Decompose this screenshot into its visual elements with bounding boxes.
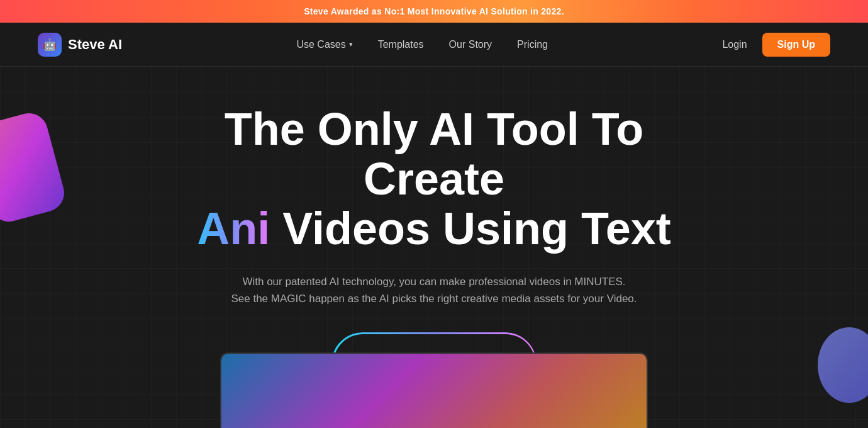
chevron-down-icon: ▾ <box>349 40 353 48</box>
nav-links: Use Cases ▾ Templates Our Story Pricing <box>296 39 548 50</box>
nav-link-use-cases[interactable]: Use Cases ▾ <box>296 39 352 50</box>
right-decoration <box>818 327 868 403</box>
logo-text: Steve AI <box>68 37 122 53</box>
hero-heading: The Only AI Tool To Create Ani Videos Us… <box>151 104 717 254</box>
nav-link-pricing[interactable]: Pricing <box>517 39 548 50</box>
nav-label-our-story: Our Story <box>449 39 492 50</box>
signup-nav-button[interactable]: Sign Up <box>762 33 830 57</box>
hero-subtext-line2: See the MAGIC happen as the AI picks the… <box>231 293 637 305</box>
logo-area[interactable]: 🤖 Steve AI <box>38 33 122 57</box>
hero-subtext: With our patented AI technology, you can… <box>231 273 637 307</box>
navbar: 🤖 Steve AI Use Cases ▾ Templates Our Sto… <box>0 23 868 67</box>
hero-section: The Only AI Tool To Create Ani Videos Us… <box>0 67 868 428</box>
nav-link-templates[interactable]: Templates <box>378 39 424 50</box>
demo-card-background <box>221 354 647 428</box>
announcement-text: Steve Awarded as No:1 Most Innovative AI… <box>304 6 564 16</box>
nav-link-our-story[interactable]: Our Story <box>449 39 492 50</box>
nav-label-templates: Templates <box>378 39 424 50</box>
nav-actions: Login Sign Up <box>722 33 830 57</box>
left-decoration <box>0 109 69 226</box>
login-link[interactable]: Login <box>722 39 747 50</box>
nav-label-pricing: Pricing <box>517 39 548 50</box>
hero-heading-ani: Ani <box>197 203 270 254</box>
hero-heading-line2: Videos Using Text <box>270 203 671 254</box>
announcement-bar: Steve Awarded as No:1 Most Innovative AI… <box>0 0 868 23</box>
logo-icon: 🤖 <box>38 33 62 57</box>
hero-subtext-line1: With our patented AI technology, you can… <box>242 276 625 288</box>
demo-preview-card <box>220 352 648 428</box>
hero-heading-line1: The Only AI Tool To Create <box>225 104 644 204</box>
nav-label-use-cases: Use Cases <box>296 39 345 50</box>
